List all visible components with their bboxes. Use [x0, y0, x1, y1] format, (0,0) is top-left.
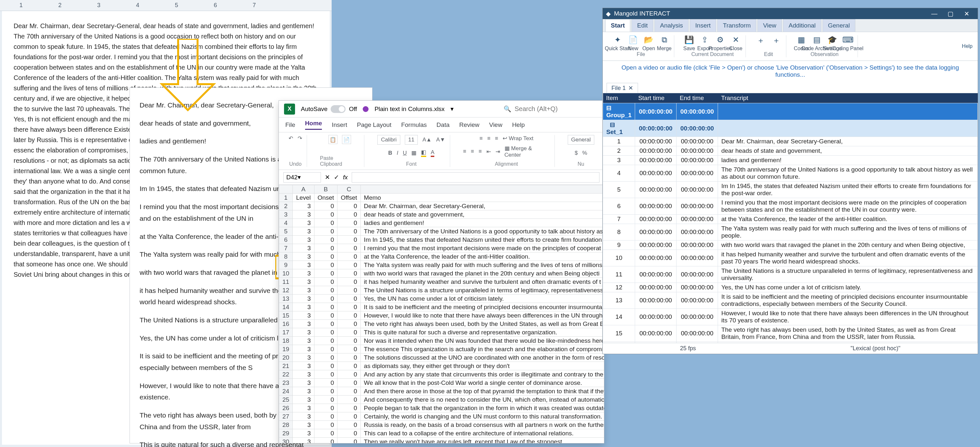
close-button[interactable]: ✕ [959, 9, 975, 19]
row-1[interactable]: 1 [279, 193, 293, 202]
table-row[interactable]: 1400:00:00:0000:00:00:00However, I would… [603, 309, 978, 325]
wrap-text-button[interactable]: ↩ Wrap Text [503, 135, 533, 142]
cancel-icon[interactable]: ✕ [325, 173, 330, 181]
align-top-icon[interactable]: ≡ [479, 135, 482, 142]
table-row[interactable]: 11300it has helped humanity weather and … [279, 278, 605, 286]
font-name[interactable]: Calibri [377, 135, 400, 145]
fx-icon[interactable]: fx [343, 174, 348, 181]
align-left-icon[interactable]: ≡ [463, 148, 466, 155]
col-B[interactable]: B [314, 185, 337, 193]
formula-input[interactable] [352, 172, 600, 182]
fill-color-icon[interactable]: ◧ [421, 149, 426, 157]
close-icon[interactable]: ✕ [628, 84, 633, 92]
table-row[interactable]: 24300And then there arose in those at th… [279, 387, 605, 396]
align-center-icon[interactable]: ≡ [471, 148, 474, 155]
table-row[interactable]: 16300The veto right has always been used… [279, 320, 605, 328]
align-mid-icon[interactable]: ≡ [487, 135, 490, 142]
redo-icon[interactable]: ↷ [298, 135, 302, 142]
menu-page-layout[interactable]: Page Layout [357, 121, 391, 128]
table-row[interactable]: 25300And consequently there is no need t… [279, 396, 605, 404]
align-bot-icon[interactable]: ≡ [495, 135, 498, 142]
table-row[interactable]: 1500:00:00:0000:00:00:00The veto right h… [603, 325, 978, 342]
underline-button[interactable]: U [403, 150, 407, 156]
table-row[interactable]: 700:00:00:0000:00:00:00at the Yalta Conf… [603, 215, 978, 224]
autosave-toggle[interactable]: AutoSave Off [301, 105, 357, 113]
mg-tab-start[interactable]: Start [605, 19, 630, 32]
menu-help[interactable]: Help [512, 121, 525, 128]
mg-tab-transform[interactable]: Transform [718, 19, 756, 32]
table-row[interactable]: 15300However, I would like to note that … [279, 311, 605, 320]
table-row[interactable]: 23300We all know that in the post-Cold W… [279, 379, 605, 387]
action-button[interactable]: ＋ [770, 35, 783, 49]
table-row[interactable]: 18300Nor was it intended when the UN was… [279, 337, 605, 345]
check-icon[interactable]: ✓ [334, 173, 339, 181]
table-row[interactable]: 900:00:00:0000:00:00:00with two world wa… [603, 241, 978, 250]
menu-insert[interactable]: Insert [332, 121, 347, 128]
table-row[interactable]: 800:00:00:0000:00:00:00The Yalta system … [603, 224, 978, 241]
mangold-table-wrap[interactable]: ItemStart timeEnd timeTranscript⊟ Group_… [603, 93, 978, 343]
number-format[interactable]: General [568, 135, 594, 145]
table-row[interactable]: 29300This can lead to a collapse of the … [279, 429, 605, 437]
excel-grid[interactable]: ABCD1LevelOnsetOffsetMemo2300Dear Mr. Ch… [279, 185, 604, 443]
mangold-titlebar[interactable]: ◆ Mangold INTERACT — ▢ ✕ [603, 8, 978, 19]
mg-tab-view[interactable]: View [757, 19, 782, 32]
menu-review[interactable]: Review [459, 121, 479, 128]
menu-data[interactable]: Data [437, 121, 450, 128]
chevron-down-icon[interactable]: ▾ [450, 105, 454, 113]
paste-button[interactable]: 📋 [328, 135, 337, 144]
menu-formulas[interactable]: Formulas [401, 121, 427, 128]
Merge-button[interactable]: ⧉Merge [658, 35, 671, 49]
indent-dec-icon[interactable]: ⇤ [487, 148, 491, 155]
table-row[interactable]: 27300Certainly, the world is changing an… [279, 412, 605, 421]
table-row[interactable]: 4300ladies and gentlemen! [279, 219, 605, 227]
minimize-button[interactable]: — [927, 9, 942, 19]
shrink-font-icon[interactable]: A▼ [436, 136, 445, 143]
mg-tab-insert[interactable]: Insert [690, 19, 716, 32]
undo-icon[interactable]: ↶ [288, 135, 293, 142]
menu-home[interactable]: Home [305, 120, 322, 130]
set-row[interactable]: ⊟ Set_100:00:00:0000:00:00:00 [603, 120, 978, 137]
Quick Start-button[interactable]: ✦Quick Start [611, 35, 624, 49]
file-tab[interactable]: File 1 ✕ [606, 83, 638, 93]
col-C[interactable]: C [337, 185, 360, 193]
Properties-button[interactable]: ⚙Properties [714, 35, 727, 49]
table-row[interactable]: 9300The Yalta system was really paid for… [279, 261, 605, 269]
table-row[interactable]: 30300Then we really won't have any rules… [279, 437, 605, 444]
indent-inc-icon[interactable]: ⇥ [495, 148, 500, 155]
menu-file[interactable]: File [285, 121, 295, 128]
table-row[interactable]: 21300as diplomats say, they either get t… [279, 362, 605, 370]
help-button[interactable]: Help [962, 43, 972, 49]
search-input[interactable] [515, 105, 599, 113]
merge-button[interactable]: ▦ Merge & Center [504, 145, 550, 158]
mangold-window[interactable]: ◆ Mangold INTERACT — ▢ ✕ StartEditAnalys… [602, 8, 978, 354]
mg-tab-additional[interactable]: Additional [783, 19, 821, 32]
table-row[interactable]: 1300:00:00:0000:00:00:00It is said to be… [603, 292, 978, 309]
copy-button[interactable]: 📄 [342, 135, 351, 144]
Close-button[interactable]: ✕Close [729, 35, 742, 49]
menu-view[interactable]: View [489, 121, 502, 128]
table-row[interactable]: 22300And any action by any state that ci… [279, 370, 605, 379]
border-icon[interactable]: ▦ [411, 149, 417, 156]
table-row[interactable]: 13300Yes, the UN has come under a lot of… [279, 295, 605, 303]
table-row[interactable]: 200:00:00:0000:00:00:00dear heads of sta… [603, 146, 978, 156]
excel-filename[interactable]: Plain text in Columns.xlsx [374, 106, 444, 113]
toggle-pill[interactable] [331, 105, 345, 113]
maximize-button[interactable]: ▢ [943, 9, 958, 19]
table-row[interactable]: 1100:00:00:0000:00:00:00The United Natio… [603, 266, 978, 283]
font-size[interactable]: 11 [405, 135, 418, 145]
table-row[interactable]: 19300The essence This organization is ac… [279, 345, 605, 353]
table-row[interactable]: 600:00:00:0000:00:00:00I remind you that… [603, 198, 978, 215]
italic-button[interactable]: I [397, 150, 398, 156]
th-start[interactable]: Start time [635, 93, 676, 103]
Open-button[interactable]: 📂Open [642, 35, 655, 49]
table-row[interactable]: 14300It is said to be inefficient and th… [279, 303, 605, 311]
mg-tab-edit[interactable]: Edit [632, 19, 653, 32]
Coding Panel-button[interactable]: ⌨Coding Panel [842, 35, 854, 49]
Save-button[interactable]: 💾Save [683, 35, 696, 49]
table-row[interactable]: 5300The 70th anniversary of the United N… [279, 227, 605, 236]
table-row[interactable]: 17300This is quite natural for such a di… [279, 328, 605, 337]
group-row[interactable]: ⊟ Group_100:00:00:0000:00:00:00 [603, 103, 978, 120]
name-box[interactable]: D42 ▾ [283, 172, 321, 182]
table-row[interactable]: 1200:00:00:0000:00:00:00Yes, the UN has … [603, 283, 978, 292]
th-transcript[interactable]: Transcript [718, 93, 978, 103]
